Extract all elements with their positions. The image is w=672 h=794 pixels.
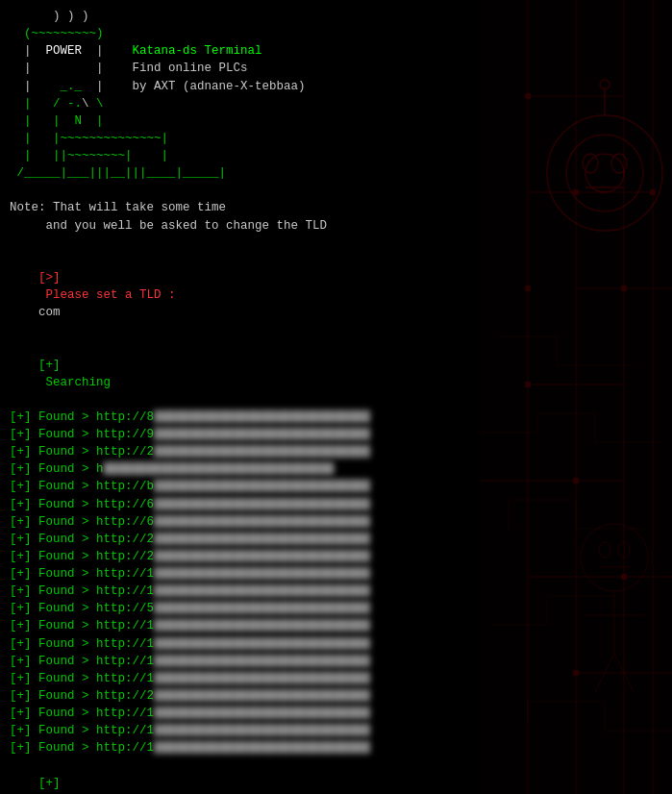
progress-18: [+] 18% done	[10, 757, 662, 794]
ascii-line-2: (~~~~~~~~~)	[10, 25, 662, 42]
found-17: [+] Found > http://2████████████████████…	[10, 687, 662, 705]
search-prefix: [+]	[38, 359, 61, 372]
found-14: [+] Found > http://1████████████████████…	[10, 635, 662, 653]
found-10: [+] Found > http://1████████████████████…	[10, 565, 662, 583]
prompt-prefix-1: [>]	[38, 271, 61, 285]
found-7: [+] Found > http://6████████████████████…	[10, 513, 662, 531]
terminal: ) ) ) (~~~~~~~~~) | POWER | Katana-ds Te…	[0, 0, 672, 794]
blank-1	[10, 182, 662, 199]
found-8: [+] Found > http://2████████████████████…	[10, 531, 662, 548]
progress-prefix-1: [+]	[38, 777, 61, 790]
ascii-line-1: ) ) )	[10, 8, 662, 25]
found-3: [+] Found > http://2████████████████████…	[10, 443, 662, 460]
app-name: Katana-ds Terminal	[133, 44, 262, 58]
ascii-line-8: | |~~~~~~~~~~~~~~|	[10, 130, 662, 147]
note-line-2: and you well be asked to change the TLD	[10, 217, 662, 235]
ascii-line-6: | / -.\ \	[10, 95, 662, 112]
found-20: [+] Found > http://1████████████████████…	[10, 739, 662, 757]
ascii-line-3: | POWER | Katana-ds Terminal	[10, 42, 662, 60]
found-4: [+] Found > h███████████████████████████…	[10, 460, 662, 478]
found-9: [+] Found > http://2████████████████████…	[10, 548, 662, 565]
found-19: [+] Found > http://1████████████████████…	[10, 722, 662, 739]
tld-prompt: [>] Please set a TLD : com	[10, 252, 662, 339]
search-text: Searching	[38, 376, 111, 389]
found-15: [+] Found > http://1████████████████████…	[10, 653, 662, 670]
found-2: [+] Found > http://9████████████████████…	[10, 426, 662, 443]
note-line-1: Note: That will take some time	[10, 199, 662, 216]
found-5: [+] Found > http://b████████████████████…	[10, 478, 662, 495]
found-16: [+] Found > http://1████████████████████…	[10, 670, 662, 687]
found-18: [+] Found > http://1████████████████████…	[10, 705, 662, 722]
ascii-line-4: | | Find online PLCs	[10, 60, 662, 77]
found-11: [+] Found > http://1████████████████████…	[10, 583, 662, 600]
blank-2	[10, 235, 662, 252]
tld-value: com	[38, 306, 61, 319]
found-6: [+] Found > http://6████████████████████…	[10, 496, 662, 513]
found-13: [+] Found > http://1████████████████████…	[10, 617, 662, 634]
prompt-text-1: Please set a TLD :	[38, 288, 183, 302]
ascii-line-7: | | N |	[10, 112, 662, 130]
found-12: [+] Found > http://5████████████████████…	[10, 600, 662, 617]
ascii-line-10: /_____|___|||__|||____|_____|	[10, 164, 662, 182]
ascii-line-9: | ||~~~~~~~~| |	[10, 147, 662, 164]
searching-status: [+] Searching	[10, 338, 662, 409]
ascii-line-5: | _._ | by AXT (adnane-X-tebbaa)	[10, 78, 662, 95]
found-1: [+] Found > http://8████████████████████…	[10, 409, 662, 426]
